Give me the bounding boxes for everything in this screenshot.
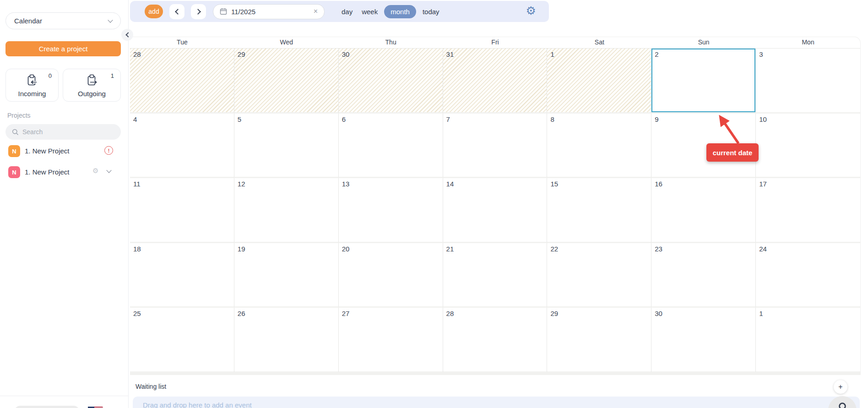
outgoing-label: Outgoing [63, 90, 120, 98]
calendar-cell[interactable]: 17 [756, 178, 860, 243]
calendar-icon [220, 8, 227, 15]
project-name: 1. New Project [25, 168, 70, 176]
calendar-cell[interactable]: 10 [756, 114, 860, 179]
day-header: Tue [130, 37, 234, 48]
calendar-cell[interactable]: 19 [234, 243, 339, 308]
date-number: 2 [655, 50, 658, 58]
view-month-button[interactable]: month [384, 5, 416, 18]
chevron-left-icon [125, 32, 130, 37]
add-event-button[interactable]: add [145, 5, 163, 18]
calendar-cell[interactable]: 18 [130, 243, 234, 308]
calendar-cell[interactable]: 28 [130, 49, 234, 114]
project-item[interactable]: N 1. New Project ⚙ [0, 165, 129, 179]
view-today-button[interactable]: today [418, 5, 444, 18]
dropzone-hint: Drag and drop here to add an event [133, 397, 860, 408]
day-header: Sat [547, 37, 651, 48]
chevron-down-icon[interactable] [106, 168, 111, 173]
date-number: 27 [342, 310, 350, 317]
calendar-cell[interactable]: 24 [756, 243, 860, 308]
date-number: 18 [133, 245, 141, 253]
incoming-card[interactable]: 0 Incoming [5, 69, 59, 102]
calendar-cell[interactable]: 29 [547, 308, 651, 373]
calendar-cell[interactable]: 3 [756, 49, 860, 114]
date-number: 8 [550, 115, 554, 123]
waiting-list-dropzone[interactable]: Drag and drop here to add an event [133, 397, 860, 408]
chevron-left-icon [175, 9, 181, 15]
calendar-cell[interactable]: 27 [339, 308, 443, 373]
calendar-cell[interactable]: 30 [651, 308, 756, 373]
search-input[interactable] [22, 128, 105, 136]
sidebar: Calendar Create a project 0 Incoming 1 O… [0, 0, 129, 408]
calendar-cell[interactable]: 20 [339, 243, 443, 308]
alert-badge-icon[interactable]: ! [104, 146, 113, 155]
view-switcher: dayweekmonthtoday [337, 5, 444, 18]
calendar-cell[interactable]: 7 [443, 114, 548, 179]
date-number: 12 [238, 180, 245, 188]
waiting-list-add-button[interactable]: + [834, 380, 847, 394]
workspace-selector[interactable]: Calendar [5, 12, 121, 29]
calendar-cell[interactable]: 12 [234, 178, 339, 243]
day-header: Fri [443, 37, 548, 48]
view-week-button[interactable]: week [357, 5, 382, 18]
date-number: 21 [446, 245, 454, 253]
calendar-cell[interactable]: 1 [547, 49, 651, 114]
sidebar-collapse-button[interactable] [121, 29, 133, 41]
calendar-cell[interactable]: 31 [443, 49, 548, 114]
create-project-button[interactable]: Create a project [5, 41, 121, 56]
project-item[interactable]: N 1. New Project ! [0, 144, 129, 158]
calendar-cell[interactable]: 13 [339, 178, 443, 243]
calendar-cell[interactable]: 30 [339, 49, 443, 114]
toolbar: add × dayweekmonthtoday ⚙ [130, 1, 549, 22]
calendar-cell[interactable]: 6 [339, 114, 443, 179]
day-header: Mon [756, 37, 860, 48]
date-number: 10 [759, 115, 767, 123]
calendar-cell[interactable]: 21 [443, 243, 548, 308]
date-number: 3 [759, 50, 763, 58]
calendar-cell-current-date[interactable]: 2 [651, 49, 756, 114]
date-number: 15 [550, 180, 558, 188]
project-avatar: N [8, 145, 20, 157]
view-day-button[interactable]: day [337, 5, 357, 18]
date-number: 24 [759, 245, 767, 253]
date-number: 16 [655, 180, 662, 188]
date-number: 14 [446, 180, 454, 188]
project-settings-gear-icon[interactable]: ⚙ [92, 167, 98, 175]
calendar-cell[interactable]: 8 [547, 114, 651, 179]
prev-period-button[interactable] [169, 4, 184, 19]
date-number: 28 [446, 310, 454, 317]
calendar-cell[interactable]: 26 [234, 308, 339, 373]
calendar-cell[interactable]: 22 [547, 243, 651, 308]
next-period-button[interactable] [191, 4, 206, 19]
calendar-cell[interactable]: 16 [651, 178, 756, 243]
calendar-cell[interactable]: 28 [443, 308, 548, 373]
project-search[interactable] [5, 124, 121, 140]
workspace-selector-value: Calendar [14, 17, 108, 25]
search-icon [12, 129, 19, 136]
calendar-cell[interactable]: 14 [443, 178, 548, 243]
settings-gear-icon[interactable]: ⚙ [526, 5, 536, 16]
date-number: 29 [550, 310, 558, 317]
outgoing-card[interactable]: 1 Outgoing [63, 69, 121, 102]
calendar-cell[interactable]: 4 [130, 114, 234, 179]
calendar-cell[interactable]: 5 [234, 114, 339, 179]
projects-section-title: Projects [7, 112, 31, 119]
calendar-cell[interactable]: 15 [547, 178, 651, 243]
calendar-cell[interactable]: 29 [234, 49, 339, 114]
calendar-cell[interactable]: 11 [130, 178, 234, 243]
date-number: 25 [133, 310, 141, 317]
date-number: 7 [446, 115, 450, 123]
footer-pill[interactable] [14, 406, 80, 408]
clear-date-icon[interactable]: × [314, 8, 318, 15]
date-picker[interactable]: × [213, 4, 325, 19]
calendar-grid: 2829303112345678910111213141516171819202… [130, 48, 860, 375]
day-header: Sun [651, 37, 756, 48]
date-number: 6 [342, 115, 346, 123]
calendar-cell[interactable]: 25 [130, 308, 234, 373]
calendar-cell[interactable]: 23 [651, 243, 756, 308]
date-input[interactable] [231, 8, 304, 16]
date-number: 13 [342, 180, 350, 188]
waiting-list-title: Waiting list [136, 383, 166, 390]
day-header: Wed [234, 37, 339, 48]
date-number: 9 [655, 115, 658, 123]
calendar-cell[interactable]: 1 [756, 308, 860, 373]
